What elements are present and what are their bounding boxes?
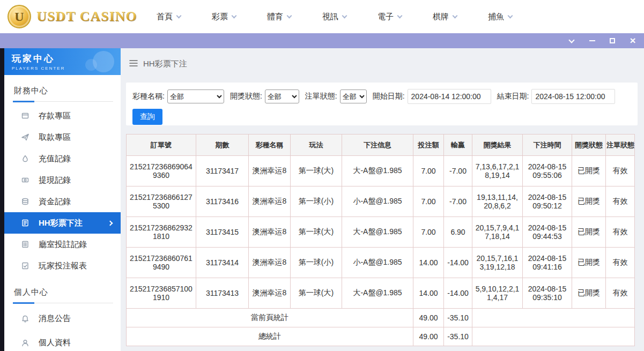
chevron-down-icon — [568, 37, 574, 43]
lottery-name-select[interactable]: 全部 — [167, 89, 224, 103]
sidebar-item-hall-bet-records[interactable]: 廳室投註記錄 — [4, 234, 121, 255]
sidebar-item-announcements[interactable]: 消息公告 — [4, 307, 121, 331]
filter-end-date: 結束日期: — [497, 89, 616, 104]
sidebar-item-label: 資金記錄 — [39, 197, 71, 207]
main-content: HH彩票下注 彩種名稱: 全部 開獎狀態: 全部 注單狀態: — [121, 48, 644, 351]
sidebar-item-recharge-records[interactable]: 充值記錄 — [4, 148, 121, 169]
table-row: 2152172368690649360 31173417 澳洲幸运8 第一球(大… — [127, 156, 635, 186]
summary-empty-cell — [472, 309, 635, 327]
col-header-lottery-name: 彩種名稱 — [249, 135, 291, 156]
nav-item-lottery[interactable]: 彩票 — [212, 12, 236, 22]
deposit-icon — [20, 111, 30, 120]
cell-period: 31173415 — [196, 217, 249, 248]
cell-win-loss: 6.90 — [444, 217, 472, 248]
section-label: 財務中心 — [14, 86, 48, 95]
hamburger-menu-icon[interactable] — [129, 59, 138, 69]
summary-win-total: -35.10 — [444, 327, 472, 346]
filter-row: 彩種名稱: 全部 開獎狀態: 全部 注單狀態: 全部 — [132, 89, 631, 104]
section-finance-center: 財務中心 — [13, 83, 113, 102]
cell-draw-status: 已開獎 — [572, 156, 606, 186]
cell-bet-time: 2024-08-15 09:41:16 — [523, 248, 572, 278]
cell-bet-info: 大-A盤@1.985 — [342, 156, 413, 186]
filter-label: 結束日期: — [497, 92, 529, 101]
window-chevron-button[interactable] — [568, 37, 575, 44]
table-header-row: 訂單號 期數 彩種名稱 玩法 下注信息 投注額 輸贏 開獎結果 下注時間 開獎狀… — [127, 135, 635, 156]
col-header-play-type: 玩法 — [291, 135, 342, 156]
nav-item-slots[interactable]: 電子 — [377, 12, 402, 22]
sidebar-item-label: 個人資料 — [39, 338, 71, 348]
finance-menu: 存款專區 取款專區 充值記錄 提現記錄 — [4, 105, 121, 277]
cell-period: 31173417 — [196, 156, 249, 186]
sidebar-item-funds-records[interactable]: 資金記錄 — [4, 191, 121, 212]
col-header-order-status: 注單狀態 — [606, 135, 635, 156]
sidebar-item-profile[interactable]: 個人資料 — [4, 331, 121, 351]
close-button[interactable]: × — [629, 37, 636, 44]
lottery-bets-icon — [20, 219, 30, 227]
col-header-draw-status: 開獎狀態 — [572, 135, 606, 156]
hall-records-icon — [20, 240, 30, 249]
withdraw-icon — [20, 133, 30, 141]
sidebar-item-label: 取款專區 — [39, 132, 71, 143]
filter-draw-status: 開獎狀態: 全部 — [230, 89, 299, 103]
search-button[interactable]: 查詢 — [132, 109, 162, 125]
cell-lottery-name: 澳洲幸运8 — [249, 186, 291, 217]
site-logo[interactable]: U USDT CASINO — [8, 5, 135, 28]
nav-item-sports[interactable]: 體育 — [267, 12, 291, 22]
cell-bet-time: 2024-08-15 09:35:10 — [523, 278, 572, 309]
cell-lottery-name: 澳洲幸运8 — [249, 217, 291, 248]
cell-draw-result: 20,15,7,16,13,19,12,18 — [472, 248, 523, 278]
cell-period: 31173416 — [196, 186, 249, 217]
top-navigation-bar: U USDT CASINO 首頁 彩票 體育 視訊 電子 棋牌 捕魚 — [0, 0, 644, 33]
cell-bet-amount: 7.00 — [413, 156, 444, 186]
cell-period: 31173413 — [196, 278, 249, 309]
breadcrumb: HH彩票下注 — [121, 48, 644, 69]
maximize-button[interactable] — [609, 37, 616, 44]
end-date-input[interactable] — [531, 89, 615, 104]
sidebar-item-hh-lottery-bets[interactable]: HH彩票下注 — [4, 212, 121, 234]
sidebar-item-player-bet-report[interactable]: 玩家投注報表 — [4, 255, 121, 277]
window-body: 玩家中心 PLAYERS CENTER 財務中心 存款專區 取款專區 — [0, 48, 644, 351]
nav-item-fishing[interactable]: 捕魚 — [488, 12, 512, 22]
start-date-input[interactable] — [408, 89, 491, 104]
bets-table: 訂單號 期數 彩種名稱 玩法 下注信息 投注額 輸贏 開獎結果 下注時間 開獎狀… — [126, 134, 635, 346]
cell-bet-amount: 7.00 — [413, 186, 444, 217]
nav-item-video[interactable]: 視訊 — [322, 12, 346, 22]
cell-bet-amount: 14.00 — [413, 278, 444, 309]
person-icon — [20, 339, 30, 347]
cell-lottery-name: 澳洲幸运8 — [249, 278, 291, 309]
minimize-button[interactable] — [588, 37, 596, 44]
cell-play-type: 第一球(小) — [291, 186, 342, 217]
sidebar-item-deposit[interactable]: 存款專區 — [4, 105, 121, 126]
filter-panel: 彩種名稱: 全部 開獎狀態: 全部 注單狀態: 全部 — [126, 83, 638, 125]
nav-item-cards[interactable]: 棋牌 — [433, 12, 457, 22]
cell-draw-result: 20,15,7,9,4,17,18,14 — [472, 217, 523, 248]
filter-start-date: 開始日期: — [373, 89, 491, 104]
draw-status-select[interactable]: 全部 — [265, 89, 299, 103]
sidebar-item-withdraw[interactable]: 取款專區 — [4, 126, 121, 148]
cell-win-loss: -14.00 — [444, 278, 472, 309]
order-status-select[interactable]: 全部 — [340, 89, 367, 103]
summary-win-total: -35.10 — [444, 309, 472, 327]
cell-order-no: 2152172368690649360 — [127, 156, 196, 186]
cell-bet-info: 大-A盤@1.985 — [342, 217, 413, 248]
personal-menu: 消息公告 個人資料 — [4, 307, 121, 351]
col-header-win-loss: 輸贏 — [444, 135, 472, 156]
section-personal-center: 個人中心 — [13, 284, 113, 303]
cell-bet-info: 小-A盤@1.985 — [342, 248, 413, 278]
summary-label: 當前頁統計 — [127, 309, 413, 327]
chevron-down-icon — [397, 13, 403, 18]
cell-play-type: 第一球(大) — [291, 217, 342, 248]
col-header-bet-info: 下注信息 — [342, 135, 413, 156]
coin-letter: U — [14, 10, 24, 24]
sidebar-item-cashout-records[interactable]: 提現記錄 — [4, 169, 121, 191]
sidebar-item-label: 提現記錄 — [39, 175, 71, 185]
main-nav: 首頁 彩票 體育 視訊 電子 棋牌 捕魚 — [157, 12, 512, 22]
summary-label: 總統計 — [127, 327, 413, 346]
cell-bet-time: 2024-08-15 09:55:06 — [523, 156, 572, 186]
cell-bet-time: 2024-08-15 09:50:12 — [523, 186, 572, 217]
cell-play-type: 第一球(大) — [291, 278, 342, 309]
nav-item-home[interactable]: 首頁 — [157, 12, 181, 22]
sidebar-item-label: HH彩票下注 — [39, 218, 83, 228]
col-header-period: 期數 — [196, 135, 249, 156]
chevron-down-icon — [453, 13, 458, 18]
